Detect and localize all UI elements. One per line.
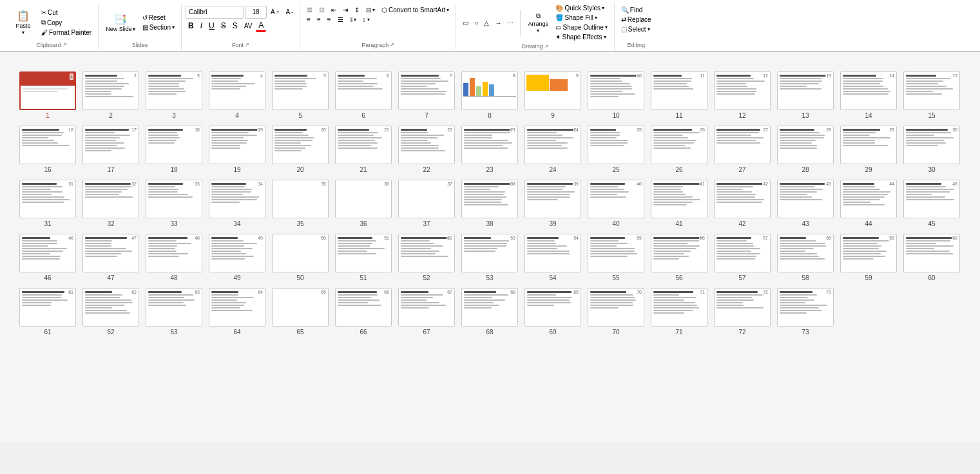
shape-fill-button[interactable]: 🪣 Shape Fill ▾ xyxy=(553,14,610,22)
slide-thumbnail[interactable]: 42 xyxy=(714,180,771,218)
slide-thumbnail[interactable]: 5 xyxy=(272,71,329,110)
slide-thumbnail[interactable]: 2 xyxy=(82,71,139,110)
quick-styles-button[interactable]: 🎨 Quick Styles ▾ xyxy=(553,4,610,12)
arrange-button[interactable]: ⧉ Arrange ▾ xyxy=(524,11,552,35)
select-button[interactable]: ⬚ Select ▾ xyxy=(619,25,654,33)
slide-thumbnail[interactable]: 27 xyxy=(714,126,771,164)
slide-item[interactable]: 3939 xyxy=(524,180,581,227)
slide-thumbnail[interactable]: 13 xyxy=(777,71,834,110)
bullets-button[interactable]: ☰ xyxy=(304,6,315,14)
slide-item[interactable]: 4545 xyxy=(903,180,960,227)
slide-thumbnail[interactable]: 69 xyxy=(524,288,581,327)
italic-button[interactable]: I xyxy=(198,21,205,31)
slide-item[interactable]: 6262 xyxy=(82,288,139,336)
slide-item[interactable]: 3535 xyxy=(272,180,329,227)
slide-item[interactable]: 4242 xyxy=(714,180,771,227)
slide-thumbnail[interactable]: 38 xyxy=(461,180,518,218)
slide-item[interactable]: 33 xyxy=(146,71,202,119)
slide-item[interactable]: 6565 xyxy=(272,288,329,336)
columns-button[interactable]: ⫴▾ xyxy=(347,15,359,24)
slide-thumbnail[interactable]: 10 xyxy=(588,71,644,110)
slide-item[interactable]: 11 xyxy=(19,71,76,119)
slide-item[interactable]: 5050 xyxy=(272,234,329,281)
slide-item[interactable]: 1010 xyxy=(588,71,644,119)
slide-thumbnail[interactable]: 47 xyxy=(82,234,139,272)
slide-item[interactable]: 6767 xyxy=(398,288,455,336)
slide-thumbnail[interactable]: 21 xyxy=(335,126,392,164)
slide-item[interactable]: 6161 xyxy=(19,288,76,336)
slide-item[interactable]: 4848 xyxy=(146,234,202,281)
slide-item[interactable]: 1111 xyxy=(651,71,707,119)
format-painter-button[interactable]: 🖌 Format Painter xyxy=(39,28,94,37)
shape-outline-button[interactable]: ▭ Shape Outline ▾ xyxy=(553,23,610,32)
slide-item[interactable]: 2626 xyxy=(651,126,707,173)
slide-thumbnail[interactable]: 6 xyxy=(335,71,392,110)
slide-item[interactable]: 5454 xyxy=(524,234,581,281)
slide-thumbnail[interactable]: 34 xyxy=(209,180,265,218)
slide-item[interactable]: 3131 xyxy=(19,180,76,227)
slide-thumbnail[interactable]: 7 xyxy=(398,71,455,110)
text-direction-button[interactable]: ⇕ xyxy=(352,6,362,14)
slide-thumbnail[interactable]: 63 xyxy=(146,288,202,327)
replace-button[interactable]: ⇄ Replace xyxy=(619,15,654,24)
slide-item[interactable]: 2222 xyxy=(398,126,455,173)
slide-item[interactable]: 5252 xyxy=(398,234,455,281)
slide-thumbnail[interactable]: 67 xyxy=(398,288,455,327)
shape-rect[interactable]: ▭ xyxy=(460,19,471,27)
slide-thumbnail[interactable]: 22 xyxy=(398,126,455,164)
slide-item[interactable]: 4949 xyxy=(209,234,265,281)
slide-item[interactable]: 1717 xyxy=(82,126,139,173)
copy-button[interactable]: ⧉ Copy xyxy=(39,18,94,27)
slide-thumbnail[interactable]: 28 xyxy=(777,126,834,164)
slide-item[interactable]: 22 xyxy=(82,71,139,119)
slide-item[interactable]: 1515 xyxy=(903,71,960,119)
slide-thumbnail[interactable]: 3 xyxy=(146,71,202,110)
slide-thumbnail[interactable]: 43 xyxy=(777,180,834,218)
slide-item[interactable]: 2020 xyxy=(272,126,329,173)
shape-triangle[interactable]: △ xyxy=(481,19,492,27)
align-text-button[interactable]: ⊟▾ xyxy=(363,6,378,14)
font-size-decrease-button[interactable]: A- xyxy=(283,8,296,16)
slide-thumbnail[interactable]: 72 xyxy=(714,288,771,327)
slide-thumbnail[interactable]: 4 xyxy=(209,71,265,110)
slide-item[interactable]: 55 xyxy=(272,71,329,119)
slide-item[interactable]: 5656 xyxy=(651,234,707,281)
slide-thumbnail[interactable]: 52 xyxy=(398,234,455,272)
paste-button[interactable]: 📋 Paste ▾ xyxy=(9,8,37,37)
slide-thumbnail[interactable]: 61 xyxy=(19,288,76,327)
slide-thumbnail[interactable]: 55 xyxy=(588,234,644,272)
slide-thumbnail[interactable]: 12 xyxy=(714,71,771,110)
shape-more[interactable]: ⋯ xyxy=(504,19,516,27)
slide-item[interactable]: 3737 xyxy=(398,180,455,227)
slide-item[interactable]: 5353 xyxy=(461,234,518,281)
slide-item[interactable]: 3636 xyxy=(335,180,392,227)
slide-thumbnail[interactable]: 70 xyxy=(588,288,644,327)
font-name-input[interactable] xyxy=(186,6,244,19)
slide-thumbnail[interactable]: 68 xyxy=(461,288,518,327)
slide-thumbnail[interactable]: 24 xyxy=(524,126,581,164)
slide-item[interactable]: 4141 xyxy=(651,180,707,227)
slide-thumbnail[interactable]: 48 xyxy=(146,234,202,272)
slide-item[interactable]: 2323 xyxy=(461,126,518,173)
slide-thumbnail[interactable]: 56 xyxy=(651,234,707,272)
indent-increase-button[interactable]: ⇥ xyxy=(340,6,351,14)
slide-thumbnail[interactable]: 25 xyxy=(588,126,644,164)
slide-thumbnail[interactable]: 39 xyxy=(524,180,581,218)
slide-item[interactable]: 3838 xyxy=(461,180,518,227)
slide-item[interactable]: 4343 xyxy=(777,180,834,227)
slide-thumbnail[interactable]: 53 xyxy=(461,234,518,272)
slide-item[interactable]: 4040 xyxy=(588,180,644,227)
slide-item[interactable]: 6464 xyxy=(209,288,265,336)
find-button[interactable]: 🔍 Find xyxy=(619,6,654,14)
slide-thumbnail[interactable]: 8 xyxy=(461,71,518,110)
slide-item[interactable]: 6868 xyxy=(461,288,518,336)
char-spacing-button[interactable]: AV xyxy=(242,22,255,30)
slide-thumbnail[interactable]: 26 xyxy=(651,126,707,164)
slide-item[interactable]: 3434 xyxy=(209,180,265,227)
slide-thumbnail[interactable]: 16 xyxy=(19,126,76,164)
slide-thumbnail[interactable]: 33 xyxy=(146,180,202,218)
slide-thumbnail[interactable]: 19 xyxy=(209,126,265,164)
slide-thumbnail[interactable]: 14 xyxy=(840,71,897,110)
slide-item[interactable]: 4747 xyxy=(82,234,139,281)
slide-thumbnail[interactable]: 45 xyxy=(903,180,960,218)
